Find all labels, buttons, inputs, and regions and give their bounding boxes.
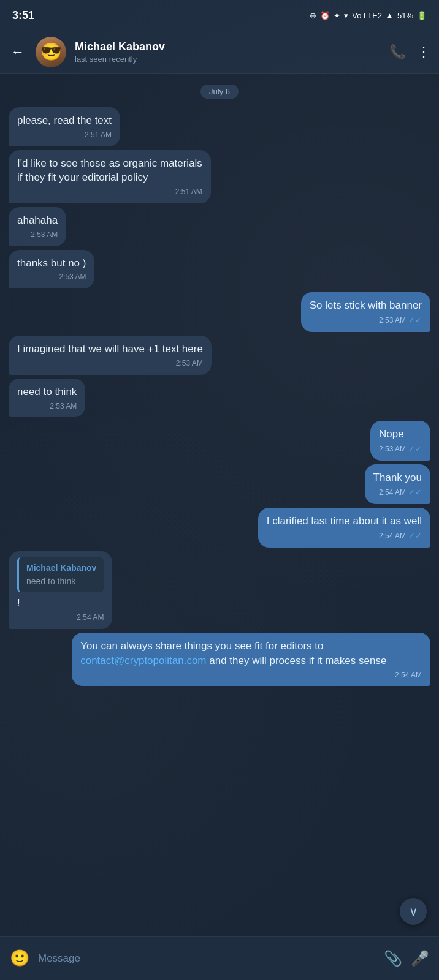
message-text: I clarified last time about it as well [267,515,422,527]
status-time: 3:51 [12,9,34,22]
message-bubble: thanks but no ) 2:53 AM [9,250,94,289]
read-receipt: ✓✓ [408,315,422,326]
message-time: 2:53 AM [31,230,58,240]
list-item: please, read the text 2:51 AM [9,107,120,146]
message-text: I imagined that we will have +1 text her… [17,343,203,355]
message-text: You can always share things you see fit … [80,640,386,666]
message-text: Nope [379,428,404,440]
message-time: 2:54 AM [379,531,406,541]
message-time: 2:51 AM [85,130,112,140]
more-options-button[interactable]: ⋮ [417,44,430,60]
chat-header: ← Michael Kabanov last seen recently 📞 ⋮ [0,31,439,74]
reply-sender-name: Michael Kabanov [26,562,96,575]
read-receipt: ✓✓ [408,487,422,498]
message-bubble: ahahaha 2:53 AM [9,207,66,246]
contact-name: Michael Kabanov [75,40,381,53]
email-link[interactable]: contact@cryptopolitan.com [80,655,206,666]
message-bubble: need to think 2:53 AM [9,379,85,418]
status-icons: ⊖ ⏰ ✦ ▾ Vo LTE2 ▲ 51% 🔋 [310,11,427,20]
message-time: 2:53 AM [379,315,406,326]
message-bubble: I'd like to see those as organic materia… [9,150,211,203]
message-time: 2:53 AM [50,401,77,412]
back-button[interactable]: ← [9,42,27,62]
message-time: 2:53 AM [59,272,86,282]
message-text: I'd like to see those as organic materia… [17,157,202,184]
header-actions: 📞 ⋮ [389,44,430,60]
message-text: Thank you [373,472,422,483]
battery-level: 51% [397,11,413,20]
status-bar: 3:51 ⊖ ⏰ ✦ ▾ Vo LTE2 ▲ 51% 🔋 [0,0,439,31]
message-bubble: Nope 2:53 AM ✓✓ [370,421,430,461]
battery-icon: 🔋 [417,11,427,20]
list-item: Michael Kabanov need to think ! 2:54 AM [9,551,112,629]
message-bubble: I clarified last time about it as well 2… [258,508,430,548]
bluetooth-icon: ✦ [334,11,340,20]
list-item: Nope 2:53 AM ✓✓ [370,421,430,461]
message-text: ahahaha [17,214,58,226]
message-text: ! [17,597,20,609]
input-bar: 🙂 📎 🎤 [0,936,439,980]
list-item: I imagined that we will have +1 text her… [9,336,212,375]
list-item: Thank you 2:54 AM ✓✓ [365,464,430,504]
message-time: 2:54 AM [395,670,422,680]
reply-original-text: need to think [26,576,96,588]
message-bubble: Thank you 2:54 AM ✓✓ [365,464,430,504]
do-not-disturb-icon: ⊖ [310,11,316,20]
message-text: thanks but no ) [17,257,86,269]
message-input[interactable] [38,952,375,965]
list-item: I clarified last time about it as well 2… [258,508,430,548]
message-bubble: please, read the text 2:51 AM [9,107,120,146]
message-text: need to think [17,386,77,398]
message-time: 2:54 AM [77,612,104,623]
contact-status: last seen recently [75,55,381,64]
list-item: So lets stick with banner 2:53 AM ✓✓ [301,292,430,332]
message-time: 2:53 AM [176,358,203,369]
message-text: So lets stick with banner [310,300,422,311]
list-item: I'd like to see those as organic materia… [9,150,211,203]
list-item: You can always share things you see fit … [72,633,430,686]
read-receipt: ✓✓ [408,443,422,454]
message-time: 2:53 AM [379,444,406,454]
contact-info: Michael Kabanov last seen recently [75,40,381,64]
call-button[interactable]: 📞 [389,44,406,60]
list-item: ahahaha 2:53 AM [9,207,66,246]
message-time: 2:51 AM [175,187,202,197]
message-bubble: I imagined that we will have +1 text her… [9,336,212,375]
chevron-down-icon: ∨ [409,904,418,919]
list-item: need to think 2:53 AM [9,379,85,418]
message-time: 2:54 AM [379,488,406,498]
message-text: please, read the text [17,115,112,126]
chat-area: July 6 please, read the text 2:51 AM I'd… [0,74,439,931]
read-receipt: ✓✓ [408,530,422,541]
message-bubble: So lets stick with banner 2:53 AM ✓✓ [301,292,430,332]
date-divider: July 6 [200,85,239,99]
signal-icon: ▲ [386,11,394,20]
attach-button[interactable]: 📎 [384,950,402,967]
avatar [36,37,66,67]
emoji-button[interactable]: 🙂 [10,949,29,968]
message-bubble: Michael Kabanov need to think ! 2:54 AM [9,551,112,629]
list-item: thanks but no ) 2:53 AM [9,250,94,289]
alarm-icon: ⏰ [320,11,330,20]
scroll-to-bottom-button[interactable]: ∨ [400,898,427,925]
message-bubble: You can always share things you see fit … [72,633,430,686]
network-label: Vo LTE2 [352,11,382,20]
wifi-icon: ▾ [344,11,348,20]
mic-button[interactable]: 🎤 [411,950,429,967]
reply-preview: Michael Kabanov need to think [17,557,104,592]
